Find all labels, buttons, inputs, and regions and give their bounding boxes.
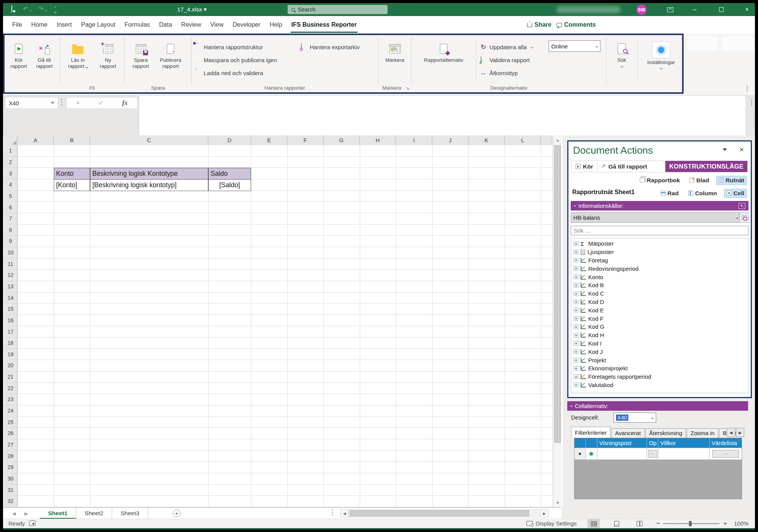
tab-återskrivning[interactable]: Återskrivning (645, 428, 686, 438)
row-header-30[interactable]: 30 (4, 473, 18, 485)
column-header-h[interactable]: H (360, 135, 396, 145)
row-header-11[interactable]: 11 (4, 258, 18, 270)
row-header-28[interactable]: 28 (4, 450, 18, 462)
panel-menu-icon[interactable] (723, 148, 727, 151)
tab-scroll-right-icon[interactable]: ▶ (736, 428, 744, 437)
sheet-nav-left-icon[interactable]: ◀ (12, 511, 16, 516)
column-header-j[interactable]: J (432, 135, 468, 145)
design-cell-select[interactable]: X40 (613, 413, 656, 423)
undo-icon[interactable]: ↶ (23, 6, 32, 13)
zoom-slider-thumb[interactable] (689, 521, 692, 526)
filter-table-row[interactable]: ...... (575, 448, 742, 460)
column-header-e[interactable]: E (251, 135, 287, 145)
row-header-22[interactable]: 22 (4, 383, 18, 394)
tree-item-kod-b[interactable]: Kod B (571, 281, 748, 289)
goto-report-button[interactable]: Gå till rapport (32, 40, 56, 69)
row-header-15[interactable]: 15 (4, 304, 18, 315)
column-header-i[interactable]: I (396, 135, 432, 145)
download-validate-button[interactable]: Ladda ned och validera (195, 68, 263, 78)
vertical-scrollbar-thumb[interactable] (554, 145, 561, 443)
close-button[interactable]: × (739, 3, 755, 16)
row-header-21[interactable]: 21 (4, 371, 18, 383)
tree-item-redovisningsperiod[interactable]: Redovisningsperiod (571, 264, 748, 273)
expand-icon[interactable] (574, 333, 578, 338)
cell-b3[interactable]: Konto (54, 168, 90, 180)
tree-item-kod-e[interactable]: Kod E (571, 306, 748, 314)
target-button-rad[interactable]: Rad (658, 189, 681, 198)
tree-search-input[interactable]: Sök ... (571, 226, 748, 235)
row-header-32[interactable]: 32 (4, 496, 18, 507)
row-header-4[interactable]: 4 (4, 179, 18, 191)
row-header-3[interactable]: 3 (4, 168, 18, 179)
row-header-1[interactable]: 1 (4, 145, 18, 157)
cell-d4[interactable]: [Saldo] (208, 179, 251, 191)
row-header-20[interactable]: 20 (4, 360, 18, 371)
tree-item-kod-d[interactable]: Kod D (571, 298, 748, 306)
expand-icon[interactable] (574, 325, 578, 329)
cell-options-header[interactable]: Cellalternativ: (567, 401, 748, 411)
scroll-up-icon[interactable]: ▲ (554, 135, 562, 145)
expand-icon[interactable] (574, 266, 578, 271)
page-layout-view-button[interactable] (610, 519, 623, 528)
zoom-level[interactable]: 100% (734, 520, 748, 527)
tab-zooma-in[interactable]: Zooma in (687, 428, 718, 438)
search-input[interactable]: Search (288, 5, 388, 14)
tree-item-kod-i[interactable]: Kod I (571, 339, 748, 348)
zoom-out-button[interactable]: − (656, 519, 660, 527)
row-header-25[interactable]: 25 (4, 416, 18, 428)
table-cell[interactable] (586, 448, 597, 460)
hscroll-left-icon[interactable]: ◀ (340, 509, 349, 518)
page-break-view-button[interactable] (633, 519, 645, 528)
maximize-button[interactable] (713, 3, 729, 16)
column-header-b[interactable]: B (54, 135, 90, 145)
expand-icon[interactable] (574, 358, 578, 362)
tree-item-kod-f[interactable]: Kod F (571, 314, 748, 323)
expand-icon[interactable] (574, 241, 578, 246)
scope-button-blad[interactable]: Blad (687, 176, 712, 185)
menu-tab-view[interactable]: View (206, 16, 228, 34)
expand-icon[interactable] (574, 250, 578, 254)
worksheet-grid[interactable]: ABCDEFGHIJKL 123456789101112131415161718… (4, 135, 552, 507)
expand-icon[interactable] (574, 341, 578, 346)
row-header-14[interactable]: 14 (4, 292, 18, 304)
row-header-10[interactable]: 10 (4, 247, 18, 259)
tree-item-mätposter[interactable]: Mätposter (571, 239, 748, 248)
update-all-button[interactable]: Uppdatera alla (481, 42, 533, 52)
information-source-select[interactable]: HB-balans (571, 212, 741, 223)
row-header-24[interactable]: 24 (4, 405, 18, 417)
dialog-launcher-icon[interactable]: ↘ (405, 85, 410, 91)
collapse-formula-bar-icon[interactable] (752, 100, 752, 106)
sheet-bar-resize-handle[interactable] (332, 509, 333, 511)
row-header-13[interactable]: 13 (4, 281, 18, 293)
tree-item-kod-h[interactable]: Kod H (571, 331, 748, 339)
load-report-button[interactable]: Läs in rapport (63, 40, 92, 69)
row-header-16[interactable]: 16 (4, 315, 18, 326)
sheet-tab-sheet2[interactable]: Sheet2 (76, 508, 112, 519)
tree-item-ljusposter[interactable]: Ljusposter (571, 248, 748, 256)
formula-bar-resize-handle[interactable] (61, 99, 62, 100)
confirm-entry-icon[interactable]: ✓ (98, 100, 103, 107)
column-header-a[interactable]: A (18, 135, 54, 145)
run-report-button[interactable]: Kör rapport (7, 40, 31, 69)
minimize-button[interactable]: – (687, 3, 703, 16)
add-sheet-button[interactable]: + (173, 509, 180, 517)
row-header-7[interactable]: 7 (4, 213, 18, 225)
cell-b4[interactable]: [Konto] (54, 179, 90, 191)
tree-item-kod-g[interactable]: Kod G (571, 323, 748, 331)
row-header-27[interactable]: 27 (4, 439, 18, 451)
expand-icon[interactable] (574, 316, 578, 321)
name-box[interactable]: X40 (5, 97, 58, 109)
search-report-button[interactable]: Sök (610, 40, 634, 67)
settings-button[interactable]: Inställningar (642, 40, 680, 69)
menu-tab-review[interactable]: Review (177, 16, 206, 34)
expand-icon[interactable] (574, 291, 578, 296)
menu-tab-formulas[interactable]: Formulas (120, 16, 154, 34)
scroll-down-icon[interactable]: ▼ (554, 498, 562, 507)
row-header-31[interactable]: 31 (4, 484, 18, 496)
menu-tab-home[interactable]: Home (27, 16, 52, 34)
column-header-g[interactable]: G (323, 135, 360, 145)
row-header-2[interactable]: 2 (4, 157, 18, 168)
horizontal-scrollbar-thumb[interactable] (350, 510, 529, 516)
panel-close-icon[interactable]: × (739, 145, 744, 154)
expand-icon[interactable] (574, 366, 578, 371)
